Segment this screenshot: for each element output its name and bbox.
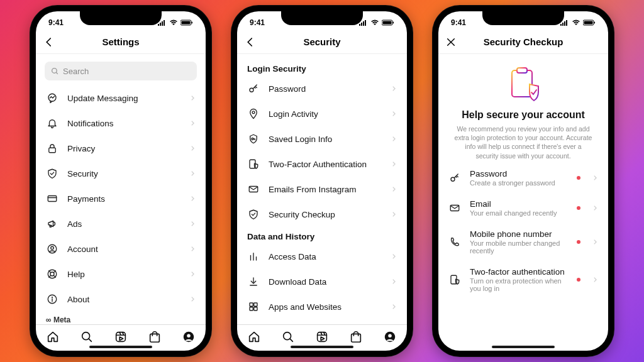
row-account[interactable]: Account: [36, 236, 206, 261]
security-list: Login SecurityPasswordLogin ActivitySave…: [237, 54, 407, 324]
tab-shop[interactable]: [148, 330, 162, 344]
section-header: Data and History: [237, 227, 407, 244]
tab-profile[interactable]: [383, 330, 397, 344]
row-label: Password: [269, 84, 382, 94]
tab-profile[interactable]: [182, 330, 196, 344]
svg-marker-30: [119, 337, 123, 341]
svg-rect-2: [162, 21, 163, 26]
row-apps-websites[interactable]: Apps and Websites: [237, 294, 407, 319]
chevron-right-icon: [592, 277, 598, 283]
key-icon: [247, 82, 260, 95]
svg-rect-37: [365, 20, 366, 26]
tab-home[interactable]: [46, 330, 60, 344]
row-label: Login Activity: [269, 109, 382, 119]
svg-rect-31: [150, 334, 160, 342]
meta-section: ∞ Meta Accounts Center Control settings …: [36, 312, 206, 324]
svg-rect-72: [594, 22, 596, 24]
svg-rect-50: [250, 303, 253, 306]
chevron-right-icon: [189, 145, 196, 151]
svg-point-14: [51, 246, 54, 250]
twofa-icon: [247, 158, 260, 170]
row-clear-search[interactable]: Clear Search History: [237, 319, 407, 324]
svg-point-23: [52, 297, 53, 298]
row-access-data[interactable]: Access Data: [237, 244, 407, 269]
status-indicators: [158, 19, 193, 26]
tab-search[interactable]: [281, 330, 295, 344]
shield-icon: [46, 167, 58, 180]
tab-reels[interactable]: [315, 330, 329, 344]
row-download-data[interactable]: Download Data: [237, 269, 407, 294]
row-twofa[interactable]: Two-factor authentication Turn on extra …: [438, 261, 608, 299]
chevron-right-icon: [189, 271, 196, 277]
back-button[interactable]: [245, 36, 256, 48]
row-ads[interactable]: Ads: [36, 211, 206, 236]
row-password[interactable]: Password Create a stronger password: [438, 163, 608, 193]
svg-point-65: [388, 334, 392, 337]
messenger-icon: [46, 92, 58, 104]
row-password[interactable]: Password: [237, 76, 407, 101]
alert-dot: [577, 206, 580, 210]
mail-icon: [247, 183, 260, 195]
back-button[interactable]: [43, 36, 55, 48]
wifi-icon: [169, 19, 178, 26]
row-about[interactable]: About: [36, 287, 206, 312]
svg-rect-66: [560, 24, 562, 26]
nav-bar: Security Checkup: [438, 30, 608, 54]
svg-rect-39: [383, 21, 392, 25]
svg-point-33: [187, 334, 191, 337]
search-input[interactable]: Search: [45, 62, 197, 80]
lock-icon: [46, 142, 58, 155]
row-label: Password: [470, 169, 568, 178]
chevron-right-icon: [189, 296, 196, 302]
phone-icon: [448, 236, 461, 248]
wifi-icon: [572, 19, 580, 26]
alert-dot: [577, 278, 580, 282]
svg-rect-36: [363, 21, 364, 26]
row-two-factor[interactable]: Two-Factor Authentication: [237, 151, 407, 177]
home-icon: [46, 330, 60, 344]
row-label: Email: [470, 199, 568, 209]
row-update-messaging[interactable]: Update Messaging: [36, 85, 206, 111]
row-label: Two-factor authentication: [470, 267, 568, 277]
home-indicator[interactable]: [291, 346, 353, 348]
tab-home[interactable]: [247, 330, 261, 344]
row-privacy[interactable]: Privacy: [36, 136, 206, 161]
row-label: Saved Login Info: [269, 134, 382, 144]
row-help[interactable]: Help: [36, 261, 206, 287]
key-icon: [448, 172, 461, 184]
row-label: Emails From Instagram: [269, 185, 382, 194]
home-indicator[interactable]: [492, 346, 555, 348]
tab-reels[interactable]: [114, 330, 128, 344]
row-emails[interactable]: Emails From Instagram: [237, 177, 407, 202]
row-subtitle: Your mobile number changed recently: [470, 239, 568, 255]
svg-rect-10: [49, 148, 56, 153]
row-security[interactable]: Security: [36, 161, 206, 186]
battery-icon: [180, 19, 193, 26]
svg-rect-53: [254, 307, 257, 310]
svg-point-7: [52, 68, 57, 73]
row-saved-login[interactable]: Saved Login Info: [237, 126, 407, 151]
row-email[interactable]: Email Your email changed recently: [438, 193, 608, 223]
svg-rect-68: [564, 21, 565, 26]
row-login-activity[interactable]: Login Activity: [237, 101, 407, 126]
home-indicator[interactable]: [89, 346, 152, 348]
status-time: 9:41: [48, 18, 64, 27]
nav-bar: Settings: [36, 30, 206, 54]
row-security-checkup[interactable]: Security Checkup: [237, 202, 407, 227]
row-payments[interactable]: Payments: [36, 186, 206, 211]
page-title: Security Checkup: [484, 36, 564, 47]
row-label: Ads: [67, 219, 180, 229]
row-label: Notifications: [67, 119, 180, 128]
row-subtitle: Turn on extra protection when you log in: [470, 277, 568, 292]
row-label: Help: [67, 270, 180, 279]
row-notifications[interactable]: Notifications: [36, 111, 206, 136]
svg-rect-52: [250, 307, 253, 310]
chevron-right-icon: [189, 95, 196, 101]
close-button[interactable]: [446, 37, 456, 47]
card-icon: [46, 192, 58, 205]
status-time: 9:41: [250, 18, 265, 27]
tab-shop[interactable]: [349, 330, 363, 344]
row-label: Access Data: [269, 252, 382, 261]
row-mobile[interactable]: Mobile phone number Your mobile number c…: [438, 223, 608, 261]
tab-search[interactable]: [80, 330, 94, 344]
